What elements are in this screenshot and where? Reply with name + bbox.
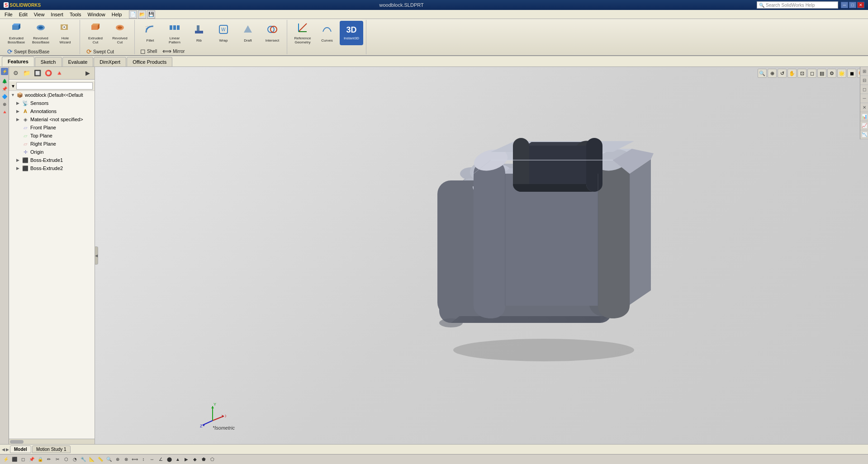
view-orient-btn[interactable]: ⊡ — [797, 69, 806, 78]
bottom-tool-19[interactable]: ∠ — [157, 455, 165, 464]
bottom-tool-8[interactable]: ⬡ — [62, 455, 70, 464]
right-tool-4[interactable]: ─ — [860, 94, 868, 103]
bottom-tool-23[interactable]: ◆ — [191, 455, 199, 464]
bottom-tool-11[interactable]: 📐 — [88, 455, 96, 464]
bottom-tool-3[interactable]: ◻ — [19, 455, 27, 464]
bottom-tool-18[interactable]: ↔ — [148, 455, 156, 464]
draft-button[interactable]: Draft — [236, 21, 260, 45]
extruded-cut-button[interactable]: ExtrudedCut — [84, 21, 107, 45]
sidebar-collapse-handle[interactable]: ◀ — [95, 246, 98, 265]
tree-icon-1[interactable]: 🌲 — [1, 77, 8, 85]
fillet-button[interactable]: Fillet — [138, 21, 162, 45]
rib-button[interactable]: Rib — [187, 21, 211, 45]
bottom-tool-5[interactable]: 🔒 — [36, 455, 44, 464]
model-tab[interactable]: Model — [10, 445, 31, 453]
sidebar-tool-3[interactable]: 🔲 — [33, 68, 43, 78]
motion-study-tab[interactable]: Motion Study 1 — [32, 445, 71, 453]
sidebar-tool-2[interactable]: 📁 — [22, 68, 32, 78]
tree-annotations[interactable]: ▶ A Annotations — [9, 107, 95, 115]
menu-edit[interactable]: Edit — [16, 11, 30, 18]
extruded-boss-button[interactable]: ExtrudedBoss/Base — [5, 21, 28, 45]
sidebar-expand-btn[interactable]: ▶ — [83, 68, 93, 78]
rotate-btn[interactable]: ↺ — [778, 69, 787, 78]
revolved-boss-button[interactable]: RevolvedBoss/Base — [29, 21, 52, 45]
wrap-button[interactable]: W Wrap — [212, 21, 235, 45]
bottom-tool-17[interactable]: ↕ — [139, 455, 147, 464]
sidebar-tool-5[interactable]: 🔺 — [54, 68, 64, 78]
bottom-tool-14[interactable]: ⊕ — [114, 455, 122, 464]
right-tool-7[interactable]: 📈 — [860, 121, 868, 130]
bottom-tool-15[interactable]: ⊗ — [122, 455, 130, 464]
swept-cut-button[interactable]: ⟳ Swept Cut — [85, 47, 123, 56]
tree-boss-extrude2[interactable]: ▶ ⬛ Boss-Extrude2 — [9, 164, 95, 172]
ref-geometry-button[interactable]: ReferenceGeometry — [291, 21, 314, 45]
tree-material[interactable]: ▶ ◈ Material <not specified> — [9, 115, 95, 123]
right-tool-5[interactable]: ✕ — [860, 103, 868, 112]
tab-dimxpert[interactable]: DimXpert — [94, 57, 126, 66]
tree-root-node[interactable]: ▼ 📦 woodblock (Default<<Default — [9, 91, 95, 99]
zoom-to-fit-btn[interactable]: 🔍 — [758, 69, 767, 78]
tab-office-products[interactable]: Office Products — [127, 57, 172, 66]
bottom-tool-24[interactable]: ⬟ — [199, 455, 208, 464]
intersect-button[interactable]: Intersect — [261, 21, 284, 45]
tree-icon-3[interactable]: 🔷 — [1, 93, 8, 100]
bottom-tool-1[interactable]: ⚡ — [2, 455, 10, 464]
pan-btn[interactable]: ✋ — [787, 69, 797, 78]
bottom-tool-12[interactable]: 📏 — [96, 455, 104, 464]
menu-view[interactable]: View — [31, 11, 47, 18]
right-tool-2[interactable]: ⊟ — [860, 76, 868, 85]
tree-icon-4[interactable]: ⊕ — [1, 100, 8, 108]
bottom-tool-7[interactable]: ✂ — [53, 455, 62, 464]
maximize-button[interactable]: □ — [849, 2, 856, 8]
tree-filter-input[interactable] — [16, 82, 93, 90]
shell-button[interactable]: ◻ Shell — [138, 47, 159, 55]
bottom-tool-13[interactable]: 🔍 — [105, 455, 113, 464]
hole-wizard-button[interactable]: HoleWizard — [53, 21, 77, 45]
menu-help[interactable]: Help — [109, 11, 125, 18]
tree-right-plane[interactable]: ▶ ▱ Right Plane — [9, 140, 95, 148]
realview-btn[interactable]: 🌟 — [837, 69, 846, 78]
right-tool-8[interactable]: 📉 — [860, 130, 868, 139]
curves-button[interactable]: Curves — [315, 21, 339, 45]
tree-icon-2[interactable]: 📌 — [1, 85, 8, 92]
quick-open[interactable]: 📂 — [138, 10, 146, 19]
tab-sketch[interactable]: Sketch — [35, 57, 62, 66]
section-view-btn[interactable]: ▤ — [817, 69, 826, 78]
bottom-tool-10[interactable]: 🔧 — [79, 455, 87, 464]
bottom-tool-16[interactable]: ⟺ — [131, 455, 139, 464]
mirror-button[interactable]: ⟺ Mirror — [161, 47, 186, 55]
view-settings-btn[interactable]: ⚙ — [827, 69, 836, 78]
search-bar[interactable]: 🔍 Search SolidWorks Help — [757, 1, 838, 9]
swept-boss-button[interactable]: ⟳ Swept Boss/Base — [5, 47, 58, 56]
viewport[interactable]: 🔍 ⊕ ↺ ✋ ⊡ ◻ ▤ ⚙ 🌟 ◼ 🎨 — [95, 67, 868, 444]
command-manager-icon[interactable]: ⚡ — [1, 68, 8, 75]
sidebar-tool-4[interactable]: ⭕ — [43, 68, 53, 78]
sidebar-scrollbar[interactable] — [9, 439, 95, 444]
bottom-tool-22[interactable]: ▶ — [182, 455, 190, 464]
shadows-btn[interactable]: ◼ — [847, 69, 856, 78]
bottom-tool-4[interactable]: 📌 — [28, 455, 36, 464]
instant3d-button[interactable]: 3D Instant3D — [340, 21, 363, 45]
right-tool-3[interactable]: ◻ — [860, 85, 868, 94]
bottom-tool-2[interactable]: ⬛ — [10, 455, 19, 464]
tree-icon-5[interactable]: 🔺 — [1, 108, 8, 115]
close-button[interactable]: ✕ — [857, 2, 864, 8]
tab-evaluate[interactable]: Evaluate — [62, 57, 94, 66]
linear-pattern-button[interactable]: LinearPattern — [163, 21, 186, 45]
menu-tools[interactable]: Tools — [67, 11, 84, 18]
scroll-left-btn[interactable]: ◀ — [2, 447, 5, 452]
tree-front-plane[interactable]: ▶ ▱ Front Plane — [9, 123, 95, 132]
menu-insert[interactable]: Insert — [48, 11, 66, 18]
tree-origin[interactable]: ▶ ✛ Origin — [9, 148, 95, 156]
bottom-tool-20[interactable]: ⬤ — [165, 455, 173, 464]
bottom-tool-25[interactable]: ⬠ — [208, 455, 216, 464]
bottom-tool-6[interactable]: ✏ — [45, 455, 53, 464]
menu-window[interactable]: Window — [85, 11, 108, 18]
zoom-in-btn[interactable]: ⊕ — [768, 69, 777, 78]
tree-sensors[interactable]: ▶ 📡 Sensors — [9, 99, 95, 107]
filter-icon[interactable]: ▼ — [11, 84, 15, 89]
sidebar-tool-1[interactable]: ⚙ — [11, 68, 21, 78]
quick-save[interactable]: 💾 — [147, 10, 155, 19]
tree-boss-extrude1[interactable]: ▶ ⬛ Boss-Extrude1 — [9, 156, 95, 164]
scroll-right-btn[interactable]: ▶ — [6, 447, 9, 452]
